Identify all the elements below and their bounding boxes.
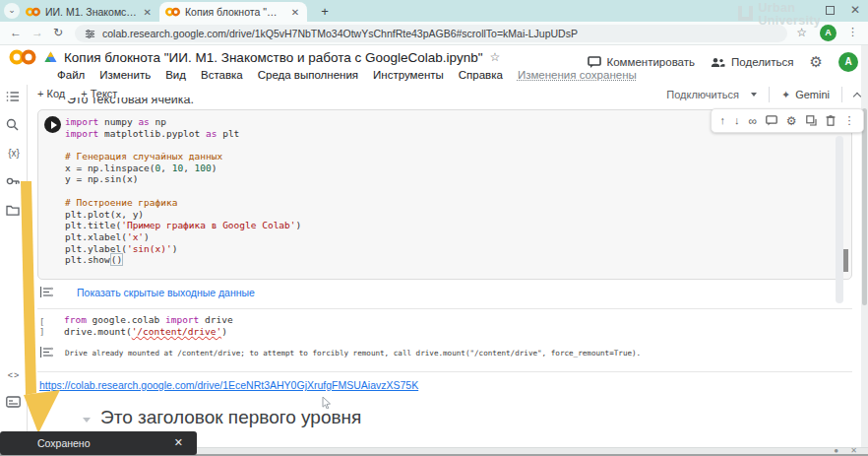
connect-dropdown-icon[interactable] [751,93,757,97]
cell-divider [37,308,852,309]
bookmark-star-icon[interactable]: ☆ [796,26,807,39]
menu-runtime[interactable]: Среда выполнения [258,69,358,81]
share-label: Поделиться [731,56,794,68]
reload-icon[interactable]: ↻ [53,26,63,39]
new-tab-button[interactable]: + [317,4,333,20]
window-maximize-button[interactable] [826,6,835,15]
tab-close-icon[interactable]: ✕ [289,7,301,18]
heading-text: Это заголовок первого уровня [100,407,361,428]
menu-edit[interactable]: Изменить [99,69,151,81]
menu-view[interactable]: Вид [165,69,186,81]
left-sidebar: {x} <> [0,85,28,448]
delete-cell-icon[interactable] [826,115,836,126]
window-scrollbar-thumb[interactable] [862,108,867,305]
terminal-icon[interactable] [6,396,22,412]
mirror-cell-icon[interactable] [806,115,817,126]
output-toggle-icon[interactable] [39,346,53,358]
comment-icon [588,56,601,68]
output-text: Drive already mounted at /content/drive;… [65,349,641,358]
connect-button[interactable]: Подключиться [666,89,739,100]
code-cell-1[interactable]: import numpy as npimport matplotlib.pypl… [37,109,852,280]
tab-title: ИИ. М1. Знакомство и работа [45,6,138,18]
colab-favicon [165,7,180,17]
add-comment-icon[interactable] [766,115,777,126]
menu-insert[interactable]: Вставка [201,69,243,81]
menu-bar: Файл Изменить Вид Вставка Среда выполнен… [57,69,637,81]
tab-search-icon[interactable]: ⌄ [4,3,20,19]
colab-favicon [26,7,40,17]
search-icon[interactable] [6,118,22,134]
colab-avatar[interactable]: A [838,52,858,72]
notebook-link[interactable]: https://colab.research.google.com/drive/… [39,379,418,391]
code-editor-1[interactable]: import numpy as npimport matplotlib.pypl… [65,116,301,266]
menu-file[interactable]: Файл [57,69,85,81]
browser-tab-bar: ⌄ ИИ. М1. Знакомство и работа ✕ Копия бл… [0,0,868,22]
browser-tab-active[interactable]: Копия блокнота "ИИ. М1. Зна ✕ [159,2,307,22]
code-snippets-icon[interactable]: <> [6,368,22,384]
menu-help[interactable]: Справка [459,69,503,81]
menu-tools[interactable]: Инструменты [373,69,444,81]
star-notebook-icon[interactable]: ☆ [490,50,501,64]
tab-title: Копия блокнота "ИИ. М1. Зна [185,6,283,18]
output-toggle-icon [39,286,53,298]
clipped-text: Это текстовая ячейка. [67,98,194,106]
notebook-title[interactable]: Копия блокнота "ИИ. М1. Знакомство и раб… [64,50,483,65]
screen: { "browser": { "tabs": [ { "title": "ИИ.… [0,0,868,456]
cell-settings-gear-icon[interactable]: ⚙ [786,115,797,127]
saved-toast: Сохранено ✕ [0,431,197,455]
execution-count[interactable]: [ ] [39,317,44,337]
share-people-icon [711,57,725,68]
add-code-button[interactable]: + Код [37,88,65,99]
drive-icon [44,51,57,63]
secrets-key-icon[interactable] [6,175,22,191]
copy-link-icon[interactable]: ∞ [748,115,757,127]
colab-logo [8,48,37,66]
mouse-cursor-icon [322,397,332,409]
toolbar-separator [769,87,770,102]
table-of-contents-icon[interactable] [6,91,22,106]
cell-toolbar: ↑ ↓ ∞ ⚙ ⋮ [711,108,864,133]
clipped-text-cell[interactable]: Это текстовая ячейка. [67,98,194,107]
window-close-button[interactable]: ✕ [850,4,860,16]
browser-url-bar: ← → ↻ colab.research.google.com/drive/1k… [0,22,868,45]
collapse-section-icon[interactable] [83,418,91,423]
toast-close-icon[interactable]: ✕ [174,436,183,449]
cell-divider [37,371,852,372]
url-text: colab.research.google.com/drive/1kQ5vH7N… [102,28,578,39]
markdown-heading-cell[interactable]: Это заголовок первого уровня [83,407,361,428]
address-bar[interactable]: colab.research.google.com/drive/1kQ5vH7N… [75,25,787,42]
cell-output: Drive already mounted at /content/drive;… [39,346,641,358]
back-icon[interactable]: ← [10,26,22,39]
show-hidden-outputs[interactable]: Показать скрытые выходные данные [39,286,255,298]
collapse-toolbar-icon[interactable] [853,92,861,99]
window-scrollbar[interactable] [861,45,868,456]
gemini-button[interactable]: ✦ Gemini [781,89,830,101]
move-cell-down-icon[interactable]: ↓ [734,115,740,126]
site-settings-icon[interactable] [85,29,95,39]
settings-gear-icon[interactable]: ⚙ [810,53,823,71]
more-cell-actions-icon[interactable]: ⋮ [843,115,854,126]
files-folder-icon[interactable] [6,204,22,220]
forward-icon[interactable]: → [31,26,43,39]
notebook-scrollbar[interactable] [836,136,843,303]
toast-message: Сохранено [37,437,91,449]
tab-close-icon[interactable]: ✕ [144,7,152,18]
move-cell-up-icon[interactable]: ↑ [719,115,725,126]
comment-button[interactable]: Комментировать [588,56,696,68]
overlay-controls[interactable]: ● ✕ [834,446,862,455]
browser-menu-icon[interactable]: ⋮ [847,26,858,38]
code-editor-2[interactable]: from google.colab import drivedrive.moun… [64,314,233,337]
share-button[interactable]: Поделиться [711,56,794,68]
gemini-label: Gemini [795,89,830,100]
gemini-sparkle-icon: ✦ [781,89,790,101]
run-cell-button[interactable] [44,116,61,133]
cell-scrollbar-thumb[interactable] [843,249,848,272]
browser-tab-inactive[interactable]: ИИ. М1. Знакомство и работа ✕ [20,2,157,22]
browser-avatar[interactable]: A [820,25,837,41]
comment-label: Комментировать [607,56,696,68]
toolbar-separator [841,87,842,102]
colab-header: Копия блокнота "ИИ. М1. Знакомство и раб… [0,45,868,85]
show-hidden-outputs-label: Показать скрытые выходные данные [77,287,255,298]
variables-icon[interactable]: {x} [6,147,22,163]
